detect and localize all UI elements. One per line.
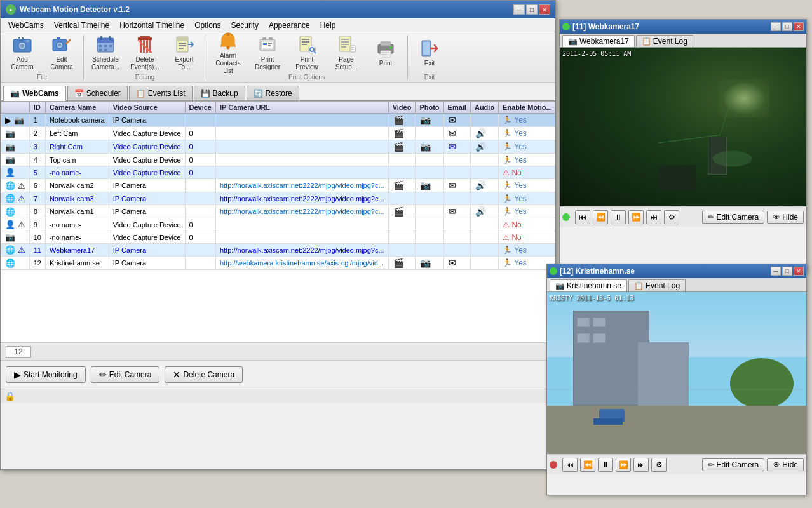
table-row[interactable]: 🌐 ⚠ 7 Norwalk cam3 IP Camera http://norw…	[1, 192, 556, 205]
print-preview-button[interactable]: PrintPreview	[288, 34, 326, 72]
cam2-skip-start[interactable]: ⏮	[562, 458, 578, 472]
close-button[interactable]: ✕	[539, 4, 550, 15]
col-ip-url[interactable]: IP Camera URL	[216, 102, 389, 114]
tab-restore[interactable]: 🔄 Restore	[247, 86, 299, 100]
cam2-log-icon: 📋	[634, 281, 644, 290]
tab-webcams[interactable]: 📷 WebCams	[3, 86, 66, 101]
col-photo[interactable]: Photo	[416, 102, 443, 114]
cam2-pause[interactable]: ⏸	[598, 458, 613, 472]
alarm-contacts-button[interactable]: AlarmContacts List	[209, 34, 247, 72]
row-audio	[470, 154, 498, 166]
minimize-button[interactable]: ─	[513, 4, 525, 15]
cam1-hide-button[interactable]: 👁 Hide	[767, 211, 804, 224]
table-row[interactable]: 🌐 12 Kristinehamn.se IP Camera http://we…	[1, 257, 556, 270]
start-monitoring-button[interactable]: ▶ Start Monitoring	[6, 366, 86, 383]
cam2-event-log-tab[interactable]: 📋 Event Log	[628, 279, 686, 291]
cam2-edit-camera-button[interactable]: ✏ Edit Camera	[702, 458, 764, 471]
cam2-restore[interactable]: □	[782, 267, 792, 276]
backup-tab-icon: 💾	[201, 89, 210, 98]
svg-line-49	[314, 51, 316, 53]
table-row[interactable]: 🌐 ⚠ 11 Webkamera17 IP Camera http://norw…	[1, 244, 556, 257]
col-id[interactable]: ID	[29, 102, 45, 114]
cam1-event-log-tab[interactable]: 📋 Event Log	[636, 35, 693, 47]
camera-table-container: ID Camera Name Video Source Device IP Ca…	[1, 101, 555, 342]
menu-help[interactable]: Help	[315, 20, 341, 31]
menu-horizontal-timeline[interactable]: Horizontal Timeline	[114, 20, 189, 31]
toolbar-print-section: AlarmContacts List	[206, 32, 407, 82]
col-device[interactable]: Device	[185, 102, 215, 114]
menu-security[interactable]: Security	[226, 20, 264, 31]
tab-events-list[interactable]: 📋 Events List	[129, 86, 193, 100]
cam1-prev[interactable]: ⏪	[593, 210, 608, 224]
cam1-edit-camera-button[interactable]: ✏ Edit Camera	[702, 211, 764, 224]
menu-options[interactable]: Options	[189, 20, 226, 31]
table-row[interactable]: ▶ 📷 1 Notebook camera IP Camera 🎬 📷 ✉ 🏃 …	[1, 114, 556, 127]
row-motion: ⚠ No	[499, 218, 555, 231]
cam1-skip-end[interactable]: ⏭	[646, 210, 661, 224]
export-to-button[interactable]: ExportTo...	[165, 34, 203, 72]
exit-button[interactable]: Exit	[410, 34, 449, 72]
cam2-next[interactable]: ⏩	[616, 458, 631, 472]
col-camera-name[interactable]: Camera Name	[45, 102, 109, 114]
menu-webcams[interactable]: WebCams	[3, 20, 49, 31]
table-row[interactable]: 📷 3 Right Cam Video Capture Device 0 🎬 📷…	[1, 140, 556, 154]
add-camera-button[interactable]: AddCamera	[3, 34, 41, 72]
cam1-camera-tab[interactable]: 📷 Webkamera17	[562, 35, 635, 47]
col-audio[interactable]: Audio	[470, 102, 498, 114]
cam1-next[interactable]: ⏩	[628, 210, 644, 224]
cam1-restore[interactable]: □	[782, 22, 792, 31]
tab-scheduler[interactable]: 📅 Scheduler	[67, 86, 128, 100]
row-photo	[416, 166, 443, 179]
table-row[interactable]: 📷 4 Top cam Video Capture Device 0 🏃 Yes	[1, 154, 556, 166]
row-id: 6	[29, 179, 45, 192]
restore-button[interactable]: □	[526, 4, 538, 15]
print-designer-button[interactable]: PrintDesigner	[248, 34, 287, 72]
row-icon-cell: 🌐	[1, 205, 30, 218]
events-tab-icon: 📋	[136, 89, 145, 98]
schedule-icon	[95, 34, 116, 55]
cam1-minimize[interactable]: ─	[771, 22, 781, 31]
cam1-skip-start[interactable]: ⏮	[575, 210, 590, 224]
row-photo	[416, 231, 443, 244]
cam2-edit-icon: ✏	[708, 460, 714, 469]
menu-vertical-timeline[interactable]: Vertical Timeline	[49, 20, 114, 31]
cam1-settings[interactable]: ⚙	[664, 210, 679, 224]
edit-camera-bottom-button[interactable]: ✏ Edit Camera	[91, 366, 160, 383]
table-row[interactable]: 🌐 ⚠ 6 Norwalk cam2 IP Camera http://norw…	[1, 179, 556, 192]
cam2-minimize[interactable]: ─	[771, 267, 781, 276]
col-video[interactable]: Video	[388, 102, 416, 114]
print-button[interactable]: Print	[367, 34, 405, 72]
edit-camera-icon	[51, 34, 72, 55]
cam2-bottom-status	[550, 461, 557, 469]
table-row[interactable]: 🌐 8 Norwalk cam1 IP Camera http://norwal…	[1, 205, 556, 218]
col-enable-motion[interactable]: Enable Motio...	[499, 102, 555, 114]
edit-camera-toolbar-button[interactable]: EditCamera	[43, 34, 81, 72]
tab-backup[interactable]: 💾 Backup	[194, 86, 245, 100]
delete-camera-bottom-button[interactable]: ✕ Delete Camera	[165, 366, 243, 383]
menu-appearance[interactable]: Appearance	[264, 20, 315, 31]
delete-events-button[interactable]: DeleteEvent(s)...	[126, 34, 164, 72]
cam2-prev[interactable]: ⏪	[580, 458, 595, 472]
cam1-pause[interactable]: ⏸	[611, 210, 626, 224]
cam2-camera-tab[interactable]: 📷 Kristinehamn.se	[550, 279, 627, 291]
cam2-hide-button[interactable]: 👁 Hide	[767, 458, 804, 471]
cam1-title-bar: [11] Webkamera17 ─ □ ✕	[560, 20, 806, 34]
cam2-hide-icon: 👁	[773, 460, 780, 469]
col-email[interactable]: Email	[443, 102, 470, 114]
cam2-status-dot	[550, 267, 557, 275]
svg-rect-14	[100, 36, 102, 40]
cam2-settings[interactable]: ⚙	[651, 458, 667, 472]
cam1-close[interactable]: ✕	[794, 22, 804, 31]
col-video-source[interactable]: Video Source	[109, 102, 185, 114]
table-row[interactable]: 📷 10 -no name- Video Capture Device 0 ⚠ …	[1, 231, 556, 244]
svg-rect-54	[341, 46, 346, 48]
table-row[interactable]: 👤 ⚠ 9 -no name- Video Capture Device 0 ⚠…	[1, 218, 556, 231]
schedule-camera-button[interactable]: ScheduleCamera...	[86, 34, 125, 72]
cam2-close[interactable]: ✕	[794, 267, 804, 276]
svg-rect-40	[268, 45, 271, 46]
svg-rect-59	[381, 42, 391, 46]
cam2-skip-end[interactable]: ⏭	[633, 458, 649, 472]
table-row[interactable]: 👤 5 -no name- Video Capture Device 0 ⚠ N…	[1, 166, 556, 179]
table-row[interactable]: 📷 2 Left Cam Video Capture Device 0 🎬 ✉ …	[1, 127, 556, 140]
page-setup-button[interactable]: PageSetup...	[327, 34, 365, 72]
